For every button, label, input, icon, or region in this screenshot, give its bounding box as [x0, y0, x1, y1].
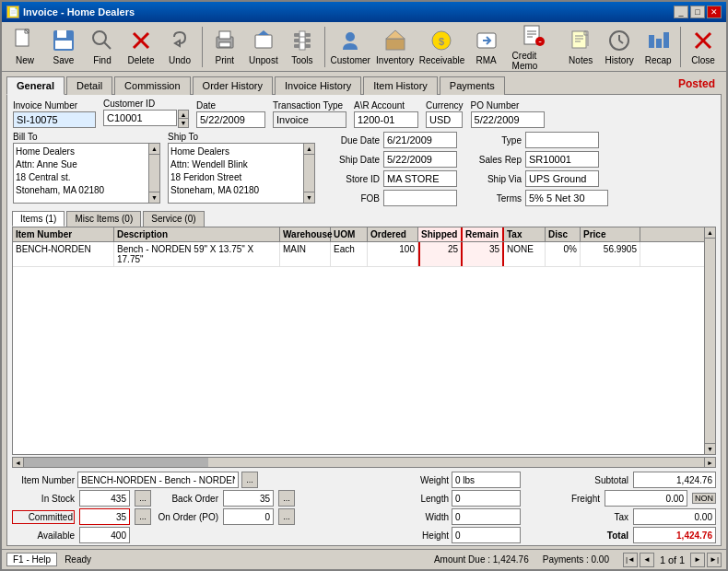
terms-input[interactable] — [525, 190, 608, 206]
totals-panel: Subtotal Freight NON Tax Total — [532, 472, 716, 543]
type-input[interactable] — [525, 132, 599, 148]
notes-label: Notes — [569, 55, 593, 65]
new-label: New — [16, 55, 34, 65]
nav-next-button[interactable]: ► — [690, 553, 705, 567]
print-button[interactable]: Print — [206, 25, 243, 69]
due-date-input[interactable] — [383, 132, 457, 148]
col-price: Price — [581, 227, 640, 241]
tab-detail[interactable]: Detail — [66, 76, 112, 95]
find-button[interactable]: Find — [84, 25, 121, 69]
svg-rect-21 — [299, 42, 305, 50]
maximize-button[interactable]: □ — [690, 6, 705, 18]
currency-input[interactable] — [426, 111, 463, 128]
close-window-button[interactable]: ✕ — [707, 6, 722, 18]
item-number-browse-button[interactable]: ... — [241, 472, 258, 488]
customer-id-down[interactable]: ▼ — [179, 119, 188, 127]
customer-id-up[interactable]: ▲ — [179, 111, 188, 119]
delete-button[interactable]: Delete — [123, 25, 159, 69]
nav-first-button[interactable]: |◄ — [623, 553, 638, 567]
unpost-button[interactable]: Unpost — [245, 25, 282, 69]
toolbar-sep-3 — [680, 27, 681, 67]
items-grid: Item Number Description Warehouse UOM Or… — [12, 227, 716, 455]
item-number-detail-input[interactable] — [77, 472, 239, 488]
tools-button[interactable]: Tools — [284, 25, 321, 69]
status-text: Ready — [65, 554, 91, 565]
receivable-button[interactable]: $ Receivable — [417, 25, 465, 69]
credit-memo-button[interactable]: - Credit Memo — [507, 25, 561, 69]
inventory-button[interactable]: Inventory — [374, 25, 416, 69]
save-icon — [51, 28, 76, 53]
recap-icon — [645, 28, 671, 53]
svg-rect-14 — [255, 35, 272, 48]
tab-item-history[interactable]: Item History — [363, 76, 438, 95]
bottom-left: Item Number ... In Stock ... Back Order … — [12, 472, 403, 543]
rma-icon — [474, 28, 499, 53]
col-disc: Disc — [546, 227, 581, 241]
new-button[interactable]: New — [6, 25, 43, 69]
height-input[interactable] — [452, 527, 521, 543]
invoice-number-input[interactable]: SI-10075 — [13, 111, 96, 128]
col-warehouse: Warehouse — [280, 227, 331, 241]
recap-button[interactable]: Recap — [640, 25, 676, 69]
width-input[interactable] — [452, 508, 521, 525]
bottom-item-number-row: Item Number ... — [12, 472, 403, 488]
in-stock-browse-button[interactable]: ... — [135, 490, 151, 507]
nav-prev-button[interactable]: ◄ — [640, 553, 654, 567]
tab-general[interactable]: General — [6, 76, 65, 95]
minimize-button[interactable]: _ — [674, 6, 688, 18]
sales-rep-input[interactable] — [525, 151, 599, 168]
rma-button[interactable]: RMA — [468, 25, 505, 69]
tax-row: Tax — [532, 508, 716, 525]
tab-order-history[interactable]: Order History — [193, 76, 273, 95]
notes-button[interactable]: Notes — [562, 25, 599, 69]
ship-date-input[interactable] — [383, 151, 457, 168]
tab-commission[interactable]: Commission — [114, 76, 191, 95]
committed-browse-button[interactable]: ... — [135, 508, 151, 525]
ship-to-scroll-down[interactable]: ▼ — [304, 192, 314, 203]
grid-scroll-left[interactable]: ◄ — [13, 458, 24, 467]
tab-invoice-history[interactable]: Invoice History — [275, 76, 361, 95]
fob-label: FOB — [323, 193, 380, 204]
grid-row-1[interactable]: BENCH-NORDEN Bench - NORDEN 59" X 13.75"… — [13, 242, 715, 267]
nav-last-button[interactable]: ►| — [707, 553, 722, 567]
history-label: History — [605, 55, 634, 65]
store-id-input[interactable] — [383, 170, 457, 187]
ar-account-input[interactable] — [354, 111, 418, 128]
col-item-number: Item Number — [13, 227, 114, 241]
item-tab-misc[interactable]: Misc Items (0) — [66, 211, 141, 227]
transaction-type-group: Transaction Type — [273, 100, 346, 128]
customer-id-input[interactable] — [103, 110, 177, 126]
item-tab-items[interactable]: Items (1) — [12, 211, 65, 227]
length-input[interactable] — [452, 490, 521, 507]
ship-to-scroll-up[interactable]: ▲ — [304, 144, 314, 155]
on-order-browse-button[interactable]: ... — [278, 508, 295, 525]
nav-controls: |◄ ◄ 1 of 1 ► ►| — [623, 553, 722, 567]
bill-to-box: Home DealersAttn: Anne Sue18 Central st.… — [13, 143, 160, 204]
tab-payments[interactable]: Payments — [440, 76, 505, 95]
customer-label: Customer — [331, 55, 370, 65]
po-number-input[interactable] — [471, 111, 545, 128]
bill-to-scroll-up[interactable]: ▲ — [149, 144, 159, 155]
grid-scroll-down[interactable]: ▼ — [705, 443, 715, 454]
weight-input[interactable] — [452, 472, 521, 488]
history-button[interactable]: History — [601, 25, 638, 69]
grid-scroll-right[interactable]: ► — [704, 458, 715, 467]
date-input[interactable] — [196, 111, 265, 128]
save-button[interactable]: Save — [45, 25, 82, 69]
committed-label: Committed — [12, 510, 75, 524]
ship-date-label: Ship Date — [323, 155, 380, 165]
close-button[interactable]: Close — [685, 25, 722, 69]
bill-to-scroll-down[interactable]: ▼ — [149, 192, 159, 203]
customer-button[interactable]: Customer — [329, 25, 372, 69]
committed-input — [79, 508, 130, 525]
committed-row: Committed ... On Order (PO) ... — [12, 508, 403, 525]
back-order-browse-button[interactable]: ... — [278, 490, 295, 507]
weight-label: Weight — [407, 475, 449, 485]
item-tab-service[interactable]: Service (0) — [143, 211, 204, 227]
ship-via-input[interactable] — [525, 170, 599, 187]
undo-button[interactable]: Undo — [161, 25, 198, 69]
grid-scroll-up[interactable]: ▲ — [705, 227, 715, 239]
right-form-area: Due Date Ship Date Store ID FOB — [323, 132, 608, 206]
sales-rep-label: Sales Rep — [471, 155, 522, 165]
fob-input[interactable] — [383, 190, 457, 206]
